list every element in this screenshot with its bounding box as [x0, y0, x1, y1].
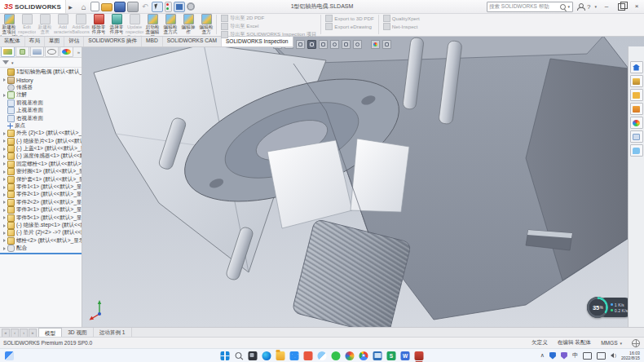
expand-arrow-icon[interactable]	[3, 216, 6, 219]
display-style-icon[interactable]	[319, 40, 328, 49]
weather-icon[interactable]	[318, 351, 327, 360]
expand-arrow-icon[interactable]	[3, 132, 6, 135]
widgets-icon[interactable]	[5, 351, 14, 360]
expand-arrow-icon[interactable]	[3, 178, 6, 181]
tree-item[interactable]: 保护套<1> (默认<<默认>_显示状	[0, 175, 82, 183]
scene-icon[interactable]	[382, 40, 391, 49]
new-document-icon[interactable]	[90, 2, 99, 11]
tree-item[interactable]: 螺栓<2> (默认<<默认>_显示状态	[0, 237, 82, 245]
restore-button[interactable]	[618, 3, 625, 11]
search-caret-icon[interactable]: ▾	[568, 4, 571, 9]
expand-arrow-icon[interactable]	[3, 162, 6, 166]
tree-item[interactable]: 外壳 (2)<1> (默认<<默认>_显示状	[0, 130, 82, 137]
appearances-icon[interactable]	[371, 40, 380, 49]
tree-item[interactable]: 配合	[0, 245, 82, 252]
tree-item[interactable]: (-) 上盖<1> (默认<<默认>_显示状	[0, 145, 82, 152]
command-tab[interactable]: SOLIDWORKS CAM	[163, 36, 222, 46]
close-button[interactable]: ×	[631, 2, 642, 11]
tree-item[interactable]: 零件2<1> (默认<<默认>_显示状	[0, 191, 82, 198]
help-caret-icon[interactable]: ▾	[594, 4, 597, 9]
command-tab[interactable]: 装配体	[0, 36, 25, 46]
ime-icon[interactable]: 中	[572, 351, 578, 360]
remote-desktop-icon[interactable]	[373, 351, 382, 360]
qualityxpert-icon[interactable]: QualityXpert	[383, 15, 420, 22]
cast-icon[interactable]	[597, 352, 606, 360]
tree-item[interactable]: 固定螺栓<1> (默认<<默认>_显示	[0, 161, 82, 168]
tree-root-item[interactable]: 1型铝轴热电偶 (默认<默认_显示状态-1>	[0, 68, 82, 76]
new-inspection-project-icon[interactable]: 新建检查项目(amp;纸)	[0, 13, 18, 36]
expand-arrow-icon[interactable]	[3, 247, 6, 250]
launch-inspection-editor-icon[interactable]: 启动检查编辑器	[143, 13, 161, 36]
tree-item[interactable]: 零件2<2> (默认<<默认>_显示状	[0, 199, 82, 206]
expand-arrow-icon[interactable]	[3, 201, 6, 204]
expand-arrow-icon[interactable]	[3, 139, 6, 143]
store-icon[interactable]	[304, 351, 313, 360]
net-inspect-icon[interactable]: Net-Inspect	[383, 23, 420, 30]
expand-arrow-icon[interactable]	[3, 78, 6, 82]
view-palette-icon[interactable]	[630, 103, 643, 115]
solidworks-icon[interactable]	[415, 351, 424, 360]
expand-arrow-icon[interactable]	[3, 239, 6, 242]
export-inspection-project-icon[interactable]: 导出至 SOLIDWORKS Inspection 项目	[221, 31, 316, 38]
edit-operation-icon[interactable]: 编辑操作	[179, 13, 197, 36]
select-balloons-icon[interactable]: 选择零件序号	[108, 13, 126, 36]
new-inspection-sheet-icon[interactable]: 新建检查表	[36, 13, 54, 36]
graphics-viewport[interactable]: 35% 1 K/s 0.2 K/s	[82, 36, 644, 328]
add-characteristic-icon[interactable]: Add Characteristic	[54, 13, 72, 36]
search-icon[interactable]	[235, 351, 244, 360]
export-edrawing-icon[interactable]: Export eDrawing	[325, 23, 374, 30]
mail-icon[interactable]	[290, 351, 299, 360]
defender-icon[interactable]	[549, 352, 556, 360]
open-icon[interactable]	[101, 3, 112, 11]
appearances-icon[interactable]	[630, 117, 643, 129]
app-wheel-icon[interactable]	[346, 351, 355, 360]
tree-filter[interactable]: ▾	[0, 58, 82, 68]
display-icon[interactable]	[174, 2, 185, 12]
help-icon[interactable]: ?	[587, 3, 590, 11]
minimize-button[interactable]: –	[601, 2, 612, 11]
tree-item[interactable]: (-) 绝缘垫.step<1> (默认<<默认>	[0, 222, 82, 229]
custom-properties-icon[interactable]	[630, 130, 643, 143]
propertymanager-tab[interactable]	[15, 46, 29, 57]
search-icon[interactable]	[560, 4, 566, 10]
configurationmanager-tab[interactable]	[30, 46, 44, 57]
undo-icon[interactable]	[140, 2, 150, 11]
edit-inspection-icon[interactable]: 编辑检查方	[197, 13, 215, 36]
command-tab[interactable]: SOLIDWORKS 插件	[84, 36, 142, 46]
command-tab[interactable]: 布局	[25, 36, 45, 46]
featuremanager-tab[interactable]	[1, 46, 15, 57]
edit-appearance-icon[interactable]	[342, 40, 351, 49]
tree-item[interactable]: 零件1<1> (默认<<默认>_显示状态	[0, 183, 82, 191]
export-3d-pdf-icon[interactable]: Export to 3D PDF	[325, 15, 374, 22]
expand-arrow-icon[interactable]	[3, 148, 6, 151]
expand-arrow-icon[interactable]	[3, 209, 6, 212]
tree-item[interactable]: 传感器	[0, 84, 82, 91]
web-help-globe-icon[interactable]	[632, 339, 640, 347]
wps-writer-icon[interactable]: W	[401, 351, 410, 360]
hide-show-items-icon[interactable]	[330, 40, 339, 49]
tree-item[interactable]: 零件5<1> (默认<<默认>_显示状	[0, 214, 82, 221]
command-tab[interactable]: MBD	[142, 36, 163, 46]
start-icon[interactable]	[221, 351, 230, 360]
volume-icon[interactable]	[611, 353, 616, 358]
command-tab[interactable]: 草图	[45, 36, 64, 46]
view-orientation-icon[interactable]	[307, 40, 316, 49]
expand-arrow-icon[interactable]	[3, 170, 6, 174]
task-view-icon[interactable]	[249, 351, 258, 360]
expand-arrow-icon[interactable]	[3, 94, 6, 97]
app-green-icon[interactable]	[332, 351, 341, 360]
update-inspection-project-icon[interactable]: Update Inspection Project	[126, 13, 143, 36]
expand-arrow-icon[interactable]	[3, 155, 6, 158]
edit-inspection-project-icon[interactable]: Edit Inspection Project	[18, 13, 36, 36]
tree-item[interactable]: 原点	[0, 122, 82, 130]
home-icon[interactable]	[79, 2, 89, 11]
panel-tab-scroll-icon[interactable]: »	[77, 50, 82, 55]
expand-arrow-icon[interactable]	[3, 224, 6, 227]
vpn-icon[interactable]	[561, 352, 567, 360]
edit-inspection-method-icon[interactable]: 编辑检查方式	[161, 13, 179, 36]
help-search-box[interactable]: 搜索 SOLIDWORKS 帮助 ▾	[487, 2, 573, 12]
tree-item[interactable]: 零件3<1> (默认<<默认>_显示状	[0, 206, 82, 214]
tree-item[interactable]: 上视基准面	[0, 107, 82, 114]
tree-item[interactable]: 前视基准面	[0, 99, 82, 107]
view-settings-icon[interactable]	[353, 40, 362, 49]
